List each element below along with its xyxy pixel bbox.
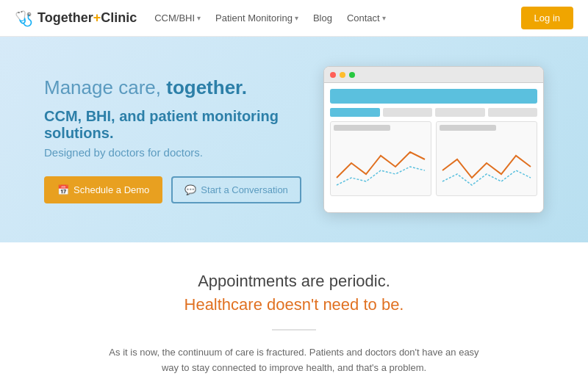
hero-manage: Manage care, together. [44, 76, 323, 99]
monitoring-arrow-icon: ▾ [295, 14, 298, 22]
schedule-demo-button[interactable]: 📅 Schedule a Demo [44, 176, 162, 203]
logo-together: Together+Clinic [37, 10, 137, 26]
start-conversation-button[interactable]: 💬 Start a Conversation [171, 176, 301, 203]
nav-links: CCM/BHI ▾ Patient Monitoring ▾ Blog Cont… [154, 12, 386, 24]
ss-chart-right [440, 134, 534, 192]
hero-text: Manage care, together. CCM, BHI, and pat… [44, 76, 323, 203]
logo[interactable]: 🩺 Together+Clinic [15, 10, 137, 27]
periodic-subtitle: Healthcare doesn't need to be. [15, 295, 573, 314]
periodic-title: Appointments are periodic. [15, 272, 573, 291]
navbar: 🩺 Together+Clinic CCM/BHI ▾ Patient Moni… [0, 0, 588, 37]
ss-panel-right [436, 121, 537, 196]
ss-panel-title-left [334, 125, 390, 131]
periodic-desc: As it is now, the continuum of care is f… [103, 345, 485, 376]
ccm-arrow-icon: ▾ [197, 14, 201, 22]
chat-icon: 💬 [184, 184, 196, 195]
dot-green [349, 72, 355, 78]
hero-subtitle: CCM, BHI, and patient monitoring solutio… [44, 108, 323, 142]
logo-icon: 🩺 [15, 10, 33, 27]
titlebar [324, 67, 543, 83]
ss-nav-item-2 [383, 108, 433, 117]
nav-contact[interactable]: Contact ▾ [347, 12, 386, 24]
ss-nav-item-3 [435, 108, 485, 117]
ss-panel-left [330, 121, 431, 196]
ss-header [330, 89, 537, 104]
ss-chart-left [334, 134, 428, 192]
hero-buttons: 📅 Schedule a Demo 💬 Start a Conversation [44, 176, 323, 203]
contact-arrow-icon: ▾ [382, 14, 386, 22]
navbar-left: 🩺 Together+Clinic CCM/BHI ▾ Patient Moni… [15, 10, 386, 27]
nav-ccm[interactable]: CCM/BHI ▾ [154, 12, 201, 24]
calendar-icon: 📅 [57, 184, 69, 195]
hero-section: Manage care, together. CCM, BHI, and pat… [0, 37, 588, 242]
login-button[interactable]: Log in [521, 7, 573, 29]
periodic-divider [272, 329, 316, 331]
hero-subtitle2: Designed by doctors for doctors. [44, 146, 323, 159]
periodic-section: Appointments are periodic. Healthcare do… [0, 242, 588, 379]
screenshot-inner [324, 83, 543, 212]
nav-blog[interactable]: Blog [313, 12, 332, 24]
dot-red [330, 72, 336, 78]
dot-yellow [340, 72, 345, 78]
app-screenshot [323, 66, 544, 213]
nav-monitoring[interactable]: Patient Monitoring ▾ [215, 12, 298, 24]
ss-panel-title-right [440, 125, 496, 131]
ss-content [330, 121, 537, 196]
ss-nav-item-4 [488, 108, 538, 117]
ss-nav [330, 108, 537, 117]
ss-nav-item-1 [330, 108, 380, 117]
